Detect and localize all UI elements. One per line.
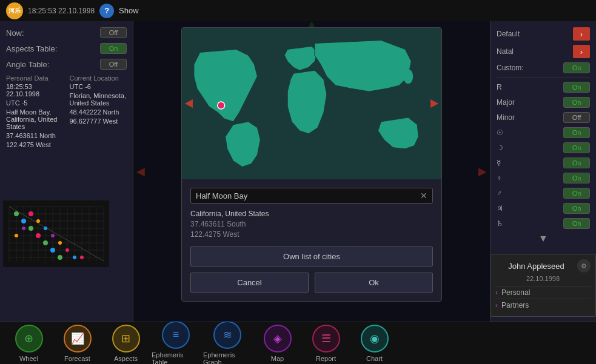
search-clear-button[interactable]: ✕	[420, 191, 427, 200]
partners-arrow-icon: ‹	[495, 301, 498, 309]
nav-icon-wheel: ⊕	[15, 325, 43, 352]
current-location-col: Current Location UTC -6 Florian, Minneso…	[70, 74, 127, 150]
svg-point-27	[36, 219, 40, 223]
right-panel-toggle-3[interactable]: On	[563, 127, 590, 138]
default-arrow-button[interactable]: ›	[573, 27, 590, 41]
nav-icon-ephemeris-graph: ≋	[213, 321, 241, 349]
nav-label-forecast: Forecast	[64, 355, 90, 362]
own-list-button[interactable]: Own list of cities	[190, 247, 433, 266]
now-row: Now: Off	[6, 27, 127, 38]
right-panel-item-5: ☿ On	[497, 157, 590, 168]
right-panel-item-9: ♄ On	[497, 218, 590, 229]
nav-icon-aspects: ⊞	[112, 325, 140, 352]
custom-toggle[interactable]: On	[563, 62, 590, 73]
cancel-button[interactable]: Cancel	[190, 273, 309, 293]
nav-label-report: Report	[316, 355, 336, 362]
natal-item: Natal ›	[497, 45, 590, 58]
right-panel-toggle-7[interactable]: On	[563, 188, 590, 199]
city-search-input[interactable]: Half Moon Bay	[196, 191, 420, 200]
scroll-down-arrow[interactable]: ▼	[497, 233, 590, 244]
nav-item-report[interactable]: ☰Report	[303, 325, 349, 362]
natal-arrow-button[interactable]: ›	[573, 45, 590, 58]
personal-section: Personal Data 18:25:53 22.10.1998 UTC -5…	[6, 74, 127, 150]
current-location-city: Florian, Minnesota, United States	[70, 92, 127, 107]
location-lon: 122.4275 West	[190, 230, 433, 239]
current-location-label: Current Location	[70, 74, 127, 82]
right-panel-toggle-1[interactable]: On	[563, 97, 590, 108]
map-container	[182, 28, 441, 179]
aspects-table-toggle[interactable]: On	[100, 43, 127, 54]
nav-label-ephemeris-graph: Ephemeris Graph	[203, 351, 252, 365]
nav-item-ephemeris-graph[interactable]: ≋Ephemeris Graph	[203, 321, 252, 365]
location-modal: Half Moon Bay ✕ California, United State…	[181, 27, 442, 302]
right-panel-item-label-4: ☽	[497, 144, 563, 152]
svg-point-31	[51, 234, 55, 237]
angle-table-label: Angle Table:	[6, 60, 49, 69]
personal-data-label: Personal Data	[6, 74, 64, 82]
modal-body: Half Moon Bay ✕ California, United State…	[182, 179, 441, 301]
show-label: Show	[119, 6, 139, 15]
svg-point-28	[28, 226, 33, 231]
nav-item-map[interactable]: ◈Map	[255, 325, 300, 362]
current-lon: 96.627777 West	[70, 117, 127, 125]
user-card: John Appleseed ⚙ 22.10.1998 ‹ Personal ‹…	[490, 254, 596, 317]
now-label: Now:	[6, 28, 24, 38]
svg-point-32	[43, 240, 48, 245]
right-panel-toggle-6[interactable]: On	[563, 173, 590, 184]
nav-label-aspects: Aspects	[114, 355, 138, 362]
right-panel-toggle-5[interactable]: On	[563, 157, 590, 168]
gear-button[interactable]: ⚙	[577, 259, 591, 273]
svg-point-34	[50, 248, 55, 253]
personal-cols: Personal Data 18:25:53 22.10.1998 UTC -5…	[6, 74, 127, 150]
right-panel-item-label-8: ♃	[497, 204, 563, 213]
right-panel-toggle-2[interactable]: Off	[563, 112, 590, 123]
right-panel-item-label-1: Major	[497, 98, 563, 107]
top-bar: 河乐 18:25:53 22.10.1998 ? Show	[0, 0, 596, 21]
right-panel-item-7: ♂ On	[497, 188, 590, 199]
current-utc: UTC -6	[70, 83, 127, 90]
show-section: Show	[119, 6, 139, 15]
svg-point-35	[65, 248, 69, 252]
right-panel-toggle-8[interactable]: On	[563, 203, 590, 214]
personal-arrow-icon: ‹	[495, 288, 498, 297]
svg-point-37	[22, 227, 25, 230]
right-panel-toggle-4[interactable]: On	[563, 142, 590, 153]
user-card-header: John Appleseed ⚙	[495, 259, 591, 273]
help-button[interactable]: ?	[99, 4, 114, 18]
nav-item-wheel[interactable]: ⊕Wheel	[6, 325, 52, 362]
user-personal-row[interactable]: ‹ Personal	[495, 286, 591, 299]
location-lat: 37.463611 South	[190, 220, 433, 228]
user-partners-row[interactable]: ‹ Partners	[495, 299, 591, 311]
nav-icon-forecast: 📈	[64, 325, 92, 352]
current-lat: 48.442222 North	[70, 108, 127, 116]
svg-point-33	[58, 241, 62, 245]
now-toggle[interactable]: Off	[100, 27, 127, 38]
right-panel-toggle-0[interactable]: On	[563, 82, 590, 93]
svg-point-25	[21, 219, 26, 223]
right-panel-item-3: ☉ On	[497, 127, 590, 138]
angle-table-toggle[interactable]: Off	[100, 59, 127, 70]
right-panel-toggle-9[interactable]: On	[563, 218, 590, 229]
nav-item-aspects[interactable]: ⊞Aspects	[103, 325, 149, 362]
partners-label: Partners	[501, 301, 529, 309]
nav-label-map: Map	[271, 355, 284, 362]
right-panel-item-label-5: ☿	[497, 159, 563, 167]
location-modal-overlay: Half Moon Bay ✕ California, United State…	[133, 21, 490, 322]
nav-item-chart[interactable]: ◉Chart	[352, 325, 397, 362]
svg-point-38	[15, 234, 18, 237]
aspects-table-row: Aspects Table: On	[6, 43, 127, 54]
svg-point-36	[58, 255, 62, 260]
modal-actions: Cancel Ok	[190, 273, 433, 293]
custom-label: Custom:	[497, 64, 563, 72]
ok-button[interactable]: Ok	[315, 273, 433, 293]
nav-item-ephemeris-table[interactable]: ≡Ephemeris Table	[152, 321, 200, 365]
nav-item-forecast[interactable]: 📈Forecast	[55, 325, 100, 362]
right-panel-item-label-3: ☉	[497, 128, 563, 137]
nav-icon-chart: ◉	[361, 325, 389, 352]
personal-location: Half Moon Bay, California, United States	[6, 108, 64, 130]
svg-point-26	[28, 211, 33, 216]
right-panel-item-label-0: R	[497, 83, 563, 91]
right-panel-item-2: Minor Off	[497, 112, 590, 123]
right-panel-item-4: ☽ On	[497, 142, 590, 153]
nav-icon-report: ☰	[312, 325, 340, 352]
